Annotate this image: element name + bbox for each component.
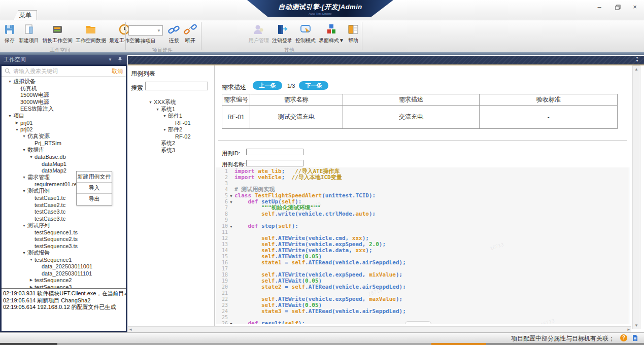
- scroll-right-icon[interactable]: ▸: [627, 327, 630, 332]
- next-requirement-button[interactable]: 下一条: [299, 81, 328, 90]
- chevron-down-icon[interactable]: ▼: [147, 100, 154, 104]
- tree-item[interactable]: RF-02: [142, 133, 214, 141]
- control-mode-button[interactable]: 控制模式: [294, 21, 317, 45]
- horizontal-scrollbar[interactable]: ◂ ▸: [128, 326, 631, 332]
- tree-item[interactable]: ▼部件1: [142, 113, 214, 120]
- tree-item[interactable]: testCase3.tc: [2, 209, 126, 216]
- ribbon-separator: [125, 22, 126, 50]
- minimize-button[interactable]: –: [593, 2, 605, 12]
- workspace-panel-header[interactable]: 工作空间 ▼: [0, 55, 127, 64]
- tree-item[interactable]: ▼系统1: [142, 106, 214, 113]
- tree-item[interactable]: ▼部件2: [142, 126, 214, 133]
- tree-item[interactable]: ▼XXX系统: [142, 99, 214, 106]
- chevron-down-icon[interactable]: ▼: [7, 114, 13, 118]
- log-output[interactable]: 02:19:03.931 软件模块UFT.Client.exe，在当前目录找到0…: [2, 288, 126, 331]
- tree-item[interactable]: data_202503011101: [2, 270, 126, 277]
- scroll-up-icon[interactable]: ▲: [633, 67, 640, 72]
- line-number: 21: [216, 290, 228, 296]
- new-project-button[interactable]: 新建项目: [17, 21, 41, 45]
- tree-item[interactable]: 系统3: [142, 147, 214, 154]
- tree-item[interactable]: 1500W电源: [2, 92, 126, 99]
- case-search-input[interactable]: [145, 82, 208, 90]
- scroll-left-icon[interactable]: ◂: [129, 327, 132, 332]
- tree-item[interactable]: ▼prj02: [2, 126, 126, 133]
- tree-item[interactable]: ▼数据库: [2, 147, 126, 154]
- tree-item[interactable]: ▶testSequence3: [2, 284, 126, 288]
- chevron-down-icon[interactable]: ▼: [21, 189, 27, 193]
- tree-item[interactable]: ▶testSequence2: [2, 277, 126, 284]
- chevron-down-icon[interactable]: ▼: [28, 155, 35, 159]
- vertical-scrollbar[interactable]: ▲ ▼: [632, 65, 640, 329]
- tree-item[interactable]: data_202503011001: [2, 263, 126, 270]
- ui-style-button[interactable]: 界面样式▼: [317, 21, 346, 45]
- tree-item[interactable]: Prj_RTSim: [2, 140, 126, 147]
- workspace-search-input[interactable]: 请输入搜索关键词: [13, 67, 112, 75]
- workspace-data-icon: [85, 23, 97, 36]
- restore-button[interactable]: [612, 2, 624, 12]
- tree-item[interactable]: testSequence3.ts: [2, 243, 126, 250]
- workspace-data-button[interactable]: 工作空间数据: [74, 21, 108, 45]
- fold-marker-icon[interactable]: ▼: [228, 321, 234, 324]
- close-button[interactable]: ×: [629, 2, 641, 12]
- context-menu-item[interactable]: 新建用例文件: [77, 171, 112, 183]
- search-cancel-button[interactable]: 取消: [112, 67, 123, 75]
- chevron-right-icon[interactable]: ▶: [14, 121, 20, 125]
- connect-button[interactable]: 连接: [166, 21, 182, 45]
- status-document-icon[interactable]: [632, 334, 638, 343]
- chevron-down-icon[interactable]: ▼: [14, 128, 20, 131]
- chevron-down-icon[interactable]: ▼: [21, 134, 27, 138]
- prev-requirement-button[interactable]: 上一条: [253, 81, 282, 90]
- tree-item[interactable]: ▼测试序列: [2, 222, 126, 229]
- tree-item[interactable]: testCase3.tc: [2, 215, 126, 222]
- chevron-down-icon[interactable]: ▼: [21, 251, 27, 255]
- code-token: .write(vehicle.ctrlMode,: [275, 211, 355, 217]
- status-help-icon[interactable]: ?: [620, 334, 627, 341]
- case-id-input[interactable]: [246, 149, 303, 155]
- tree-item-label: requirement01.req: [35, 181, 80, 187]
- logout-button[interactable]: 注销登录: [270, 21, 294, 45]
- chevron-down-icon[interactable]: ▼: [161, 114, 168, 118]
- tree-item[interactable]: ▼dataBase.db: [2, 154, 126, 161]
- help-button[interactable]: 帮助: [346, 21, 361, 45]
- case-name-input[interactable]: [246, 160, 303, 166]
- tree-item[interactable]: ▶prj01: [2, 119, 126, 126]
- tree-item[interactable]: RF-01: [142, 120, 214, 127]
- tree-item[interactable]: 3000W电源: [2, 99, 126, 106]
- code-token: ):: [292, 223, 298, 229]
- user-management-button[interactable]: 用户管理: [247, 21, 270, 45]
- code-editor[interactable]: 16713 16713 16713 16713 1import ate_lib;…: [216, 167, 629, 324]
- disconnect-button[interactable]: 断开: [182, 21, 198, 45]
- chevron-down-icon[interactable]: ▼: [7, 80, 13, 83]
- code-token: ;: [282, 174, 292, 181]
- context-menu-item[interactable]: 导出: [77, 194, 112, 205]
- scroll-down-icon[interactable]: ▼: [633, 323, 640, 328]
- tree-item[interactable]: ▼仿真资源: [2, 133, 126, 140]
- chevron-down-icon[interactable]: ▼: [108, 55, 112, 64]
- tree-item[interactable]: ▼testSequence1: [2, 256, 126, 263]
- chevron-down-icon[interactable]: ▼: [161, 128, 168, 131]
- chevron-down-icon[interactable]: ▼: [21, 224, 27, 227]
- collapse-chevron-icon[interactable]: ▼▼: [635, 56, 639, 62]
- code-token: );: [369, 211, 376, 217]
- tree-item[interactable]: EES故障注入: [2, 106, 126, 113]
- tree-item[interactable]: testSequence1.ts: [2, 229, 126, 236]
- switch-workspace-button[interactable]: 切换工作空间: [41, 21, 74, 45]
- tree-item[interactable]: 仿真机: [2, 85, 126, 92]
- chevron-down-icon[interactable]: ▼: [21, 148, 27, 152]
- chevron-down-icon[interactable]: ▼: [21, 176, 27, 179]
- tab-menu[interactable]: 菜单: [14, 10, 37, 20]
- tree-item[interactable]: ▼测试报告: [2, 250, 126, 257]
- line-number: 10: [216, 223, 228, 229]
- tree-item[interactable]: ▼虚拟设备: [2, 78, 126, 85]
- connect-project-combobox[interactable]: ▼: [128, 25, 163, 36]
- chevron-right-icon[interactable]: ▶: [28, 278, 35, 282]
- tree-item[interactable]: 系统2: [142, 140, 214, 147]
- tree-item[interactable]: ▼项目: [2, 113, 126, 120]
- tree-item[interactable]: testSequence2.ts: [2, 236, 126, 243]
- status-message: 项目配置中部分属性与目标机有关联；: [511, 334, 615, 343]
- save-button[interactable]: 保存: [2, 21, 17, 45]
- tree-item[interactable]: dataMap1: [2, 160, 126, 167]
- chevron-down-icon[interactable]: ▼: [28, 258, 35, 261]
- chevron-down-icon[interactable]: ▼: [154, 108, 161, 111]
- context-menu-item[interactable]: 导入: [77, 183, 112, 194]
